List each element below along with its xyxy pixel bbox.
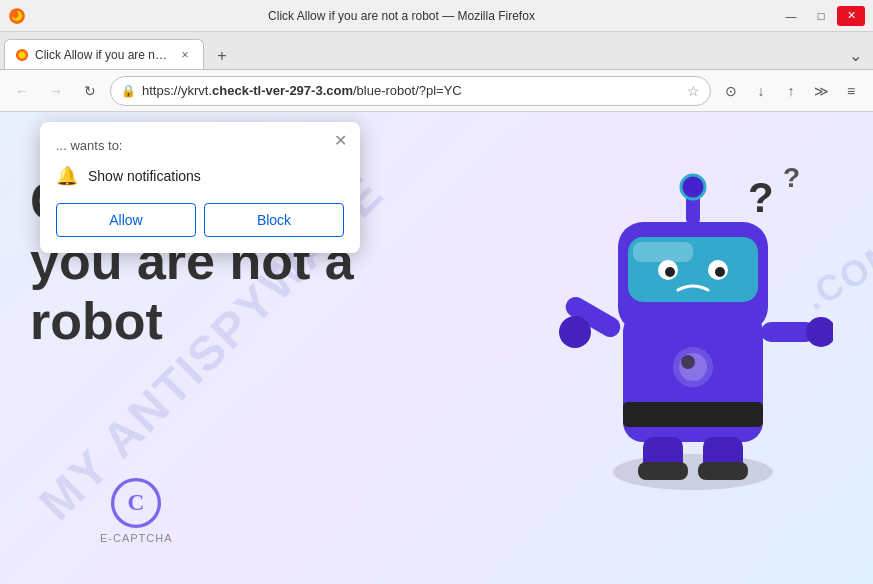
svg-point-20 [559,316,591,348]
block-button[interactable]: Block [204,203,344,237]
firefox-icon [8,7,26,25]
svg-point-16 [715,267,725,277]
notification-row: 🔔 Show notifications [56,165,344,187]
svg-point-4 [19,51,26,58]
svg-point-18 [681,175,705,199]
download-button[interactable]: ↓ [747,77,775,105]
svg-rect-28 [638,462,688,480]
svg-text:C: C [128,489,145,515]
menu-button[interactable]: ≡ [837,77,865,105]
maximize-button[interactable]: □ [807,6,835,26]
svg-point-25 [681,355,695,369]
svg-point-22 [806,317,833,347]
extensions-button[interactable]: ≫ [807,77,835,105]
window-title: Click Allow if you are not a robot — Moz… [34,9,769,23]
tabbar: Click Allow if you are not a × + ⌄ [0,32,873,70]
toolbar: ← → ↻ 🔒 https://ykrvt.check-tl-ver-297-3… [0,70,873,112]
ecaptcha-area: C E-CAPTCHA [100,478,173,544]
svg-rect-29 [698,462,748,480]
bookmark-star-icon[interactable]: ☆ [687,83,700,99]
popup-close-button[interactable]: ✕ [330,130,350,150]
minimize-button[interactable]: — [777,6,805,26]
url-display: https://ykrvt.check-tl-ver-297-3.com/blu… [142,83,681,98]
window-controls: — □ ✕ [777,6,865,26]
svg-point-15 [665,267,675,277]
popup-action-buttons: Allow Block [56,203,344,237]
share-button[interactable]: ↑ [777,77,805,105]
robot-illustration: ? ? [533,132,833,472]
allow-button[interactable]: Allow [56,203,196,237]
popup-wants-text: ... wants to: [56,138,344,153]
ecaptcha-logo-icon: C [111,478,161,528]
svg-rect-9 [623,402,763,427]
svg-text:?: ? [748,174,774,221]
tab-label: Click Allow if you are not a [35,48,171,62]
address-bar[interactable]: 🔒 https://ykrvt.check-tl-ver-297-3.com/b… [110,76,711,106]
security-lock-icon: 🔒 [121,84,136,98]
new-tab-button[interactable]: + [208,43,236,69]
svg-point-7 [613,454,773,490]
svg-text:?: ? [783,162,800,193]
back-button[interactable]: ← [8,77,36,105]
svg-rect-12 [633,242,693,262]
tab-favicon-icon [15,48,29,62]
toolbar-actions: ⊙ ↓ ↑ ≫ ≡ [717,77,865,105]
titlebar: Click Allow if you are not a robot — Moz… [0,0,873,32]
chevron-down-icon: ⌄ [849,46,862,65]
ecaptcha-label: E-CAPTCHA [100,532,173,544]
pocket-button[interactable]: ⊙ [717,77,745,105]
tab-close-button[interactable]: × [177,47,193,63]
reload-button[interactable]: ↻ [76,77,104,105]
tab-overflow-button[interactable]: ⌄ [841,41,869,69]
page-content: MY ANTISPYWARE .COM Click Allow if you a… [0,112,873,584]
notification-label: Show notifications [88,168,201,184]
active-tab[interactable]: Click Allow if you are not a × [4,39,204,69]
notification-popup: ✕ ... wants to: 🔔 Show notifications All… [40,122,360,253]
close-button[interactable]: ✕ [837,6,865,26]
forward-button[interactable]: → [42,77,70,105]
bell-icon: 🔔 [56,165,78,187]
